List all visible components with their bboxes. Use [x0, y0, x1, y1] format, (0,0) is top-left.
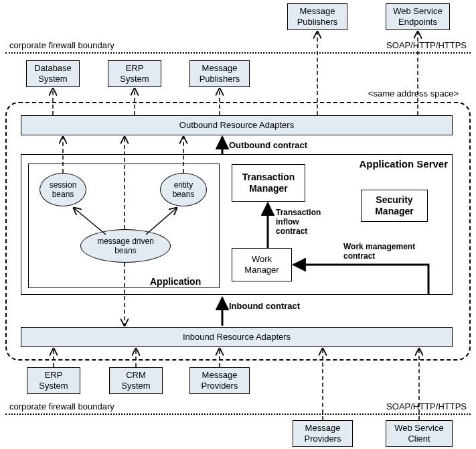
label-work-management-contract: Work management contract [343, 242, 415, 261]
box-outbound-resource-adapters: Outbound Resource Adapters [21, 115, 453, 135]
label-same-address-space: <same address space> [368, 88, 459, 99]
firewall-line-top [5, 52, 471, 54]
ellipse-session-beans: session beans [39, 173, 86, 206]
box-message-publishers-external-top: Message Publishers [287, 3, 347, 30]
box-security-manager: Security Manager [361, 190, 428, 222]
box-erp-system-bottom: ERP System [27, 367, 80, 394]
label-soap-bottom: SOAP/HTTP/HTTPS [386, 401, 467, 411]
box-work-manager: Work Manager [232, 248, 292, 281]
label-outbound-contract: Outbound contract [229, 140, 307, 150]
box-web-service-endpoints: Web Service Endpoints [386, 3, 450, 30]
box-inbound-resource-adapters: Inbound Resource Adapters [21, 327, 453, 347]
label-inbound-contract: Inbound contract [229, 301, 300, 311]
label-firewall-bottom: corporate firewall boundary [9, 401, 114, 411]
box-transaction-manager: Transaction Manager [232, 164, 305, 202]
box-erp-system-top: ERP System [108, 60, 161, 87]
box-message-providers-external-bottom: Message Providers [293, 420, 353, 447]
box-web-service-client: Web Service Client [386, 420, 453, 447]
label-application-server: Application Server [359, 158, 448, 170]
label-transaction-inflow-contract: Transaction inflow contract [276, 208, 321, 236]
box-crm-system: CRM System [109, 367, 163, 394]
label-soap-top: SOAP/HTTP/HTTPS [386, 40, 467, 50]
ellipse-message-driven-beans: message driven beans [80, 229, 171, 263]
firewall-line-bottom [5, 413, 471, 415]
box-database-system: Database System [26, 60, 80, 87]
label-application: Application [150, 276, 201, 287]
box-message-providers-bottom: Message Providers [189, 367, 250, 394]
box-message-publishers-top: Message Publishers [189, 60, 250, 87]
ellipse-entity-beans: entity beans [160, 173, 207, 206]
label-firewall-top: corporate firewall boundary [9, 40, 114, 50]
